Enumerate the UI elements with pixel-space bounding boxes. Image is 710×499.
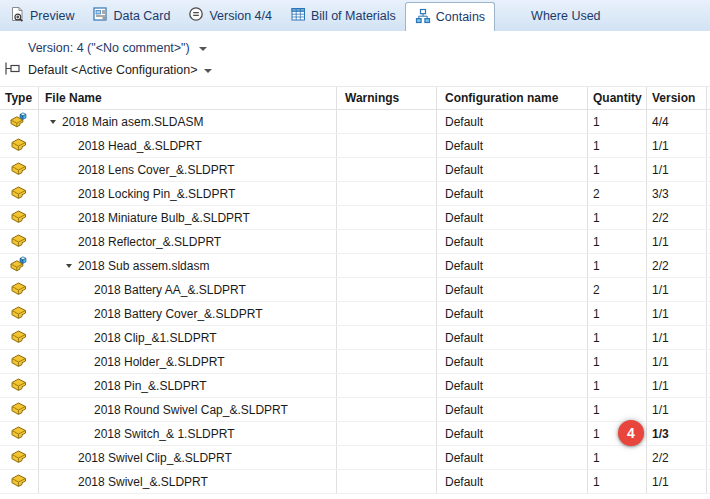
tab-version[interactable]: Version 4/4 bbox=[179, 0, 281, 31]
file-name-cell: 2018 Main asem.SLDASM bbox=[39, 110, 337, 133]
file-name: 2018 Sub assem.sldasm bbox=[78, 259, 209, 273]
warnings-cell bbox=[337, 134, 437, 157]
warnings-cell bbox=[337, 326, 437, 349]
indent-spacer bbox=[50, 337, 82, 338]
tab-bill-of-materials[interactable]: Bill of Materials bbox=[281, 0, 405, 31]
warnings-cell bbox=[337, 254, 437, 277]
configuration-cell: Default bbox=[437, 374, 588, 397]
tree-expand-arrow[interactable] bbox=[66, 264, 78, 268]
warnings-cell bbox=[337, 182, 437, 205]
table-row[interactable]: 2018 Main asem.SLDASM Default 1 4/4 bbox=[0, 110, 710, 134]
version-selector[interactable]: Version: 4 ("<No comment>") bbox=[28, 38, 207, 58]
table-row[interactable]: 2018 Miniature Bulb_&.SLDPRT Default 1 2… bbox=[0, 206, 710, 230]
table-row[interactable]: 2018 Pin_&.SLDPRT Default 1 1/1 bbox=[0, 374, 710, 398]
contains-table: Type File Name Warnings Configuration na… bbox=[0, 86, 710, 494]
type-cell bbox=[0, 326, 39, 349]
file-name-cell: 2018 Battery Cover_&.SLDPRT bbox=[39, 302, 337, 325]
part-icon bbox=[9, 399, 29, 420]
assembly-icon bbox=[9, 111, 29, 132]
tab-label: Version 4/4 bbox=[209, 9, 272, 23]
part-icon bbox=[9, 135, 29, 156]
table-row[interactable]: 2018 Sub assem.sldasm Default 1 2/2 bbox=[0, 254, 710, 278]
indent-spacer bbox=[50, 241, 66, 242]
file-name: 2018 Swivel Clip_&.SLDPRT bbox=[78, 451, 232, 465]
part-icon bbox=[9, 447, 29, 468]
table-row[interactable]: 2018 Reflector_&.SLDPRT Default 1 1/1 bbox=[0, 230, 710, 254]
column-header-file-name[interactable]: File Name bbox=[39, 87, 337, 109]
file-name-cell: 2018 Head_&.SLDPRT bbox=[39, 134, 337, 157]
table-row[interactable]: 2018 Clip_&1.SLDPRT Default 1 1/1 bbox=[0, 326, 710, 350]
version-cell: 1/1 bbox=[647, 302, 707, 325]
quantity-cell: 2 bbox=[588, 278, 647, 301]
table-row[interactable]: 2018 Switch_& 1.SLDPRT Default 1 1/3 bbox=[0, 422, 710, 446]
quantity-cell: 1 bbox=[588, 374, 647, 397]
tree-expand-arrow[interactable] bbox=[50, 120, 62, 124]
file-name: 2018 Reflector_&.SLDPRT bbox=[78, 235, 221, 249]
chevron-down-icon bbox=[50, 120, 56, 124]
column-header-warnings[interactable]: Warnings bbox=[337, 87, 437, 109]
configuration-cell: Default bbox=[437, 230, 588, 253]
configuration-selector[interactable]: Default <Active Configuration> bbox=[4, 60, 212, 80]
file-name: 2018 Swivel_&.SLDPRT bbox=[78, 475, 208, 489]
part-icon bbox=[9, 375, 29, 396]
table-row[interactable]: 2018 Swivel_&.SLDPRT Default 1 1/1 bbox=[0, 470, 710, 494]
table-row[interactable]: 2018 Swivel Clip_&.SLDPRT Default 1 2/2 bbox=[0, 446, 710, 470]
column-header-version[interactable]: Version bbox=[647, 87, 707, 109]
tab-where-used[interactable]: Where Used bbox=[495, 0, 609, 31]
file-name-cell: 2018 Pin_&.SLDPRT bbox=[39, 374, 337, 397]
table-row[interactable]: 2018 Battery AA_&.SLDPRT Default 2 1/1 bbox=[0, 278, 710, 302]
version-cell: 3/3 bbox=[647, 182, 707, 205]
file-name-cell: 2018 Swivel_&.SLDPRT bbox=[39, 470, 337, 493]
file-name-cell: 2018 Holder_&.SLDPRT bbox=[39, 350, 337, 373]
file-name: 2018 Locking Pin_&.SLDPRT bbox=[78, 187, 235, 201]
quantity-cell: 1 bbox=[588, 446, 647, 469]
version-cell: 1/1 bbox=[647, 278, 707, 301]
warnings-cell bbox=[337, 470, 437, 493]
file-name-cell: 2018 Miniature Bulb_&.SLDPRT bbox=[39, 206, 337, 229]
version-cell: 1/1 bbox=[647, 350, 707, 373]
file-name: 2018 Lens Cover_&.SLDPRT bbox=[78, 163, 235, 177]
part-icon bbox=[9, 279, 29, 300]
file-name-cell: 2018 Reflector_&.SLDPRT bbox=[39, 230, 337, 253]
warnings-cell bbox=[337, 446, 437, 469]
tab-label: Preview bbox=[30, 9, 74, 23]
file-name: 2018 Holder_&.SLDPRT bbox=[94, 355, 225, 369]
configuration-cell: Default bbox=[437, 326, 588, 349]
table-row[interactable]: 2018 Holder_&.SLDPRT Default 1 1/1 bbox=[0, 350, 710, 374]
table-body: 2018 Main asem.SLDASM Default 1 4/4 bbox=[0, 110, 710, 494]
quantity-cell: 1 bbox=[588, 134, 647, 157]
column-header-type[interactable]: Type bbox=[0, 87, 39, 109]
table-row[interactable]: 2018 Head_&.SLDPRT Default 1 1/1 bbox=[0, 134, 710, 158]
tab-contains[interactable]: Contains bbox=[405, 2, 495, 31]
tab-preview[interactable]: Preview bbox=[0, 0, 83, 31]
type-cell bbox=[0, 206, 39, 229]
table-row[interactable]: 2018 Battery Cover_&.SLDPRT Default 1 1/… bbox=[0, 302, 710, 326]
warnings-cell bbox=[337, 110, 437, 133]
file-name: 2018 Main asem.SLDASM bbox=[62, 115, 203, 129]
version-cell: 2/2 bbox=[647, 446, 707, 469]
contains-icon bbox=[415, 8, 431, 27]
preview-icon bbox=[9, 6, 25, 25]
tab-data-card[interactable]: Data Card bbox=[83, 0, 179, 31]
file-name-cell: 2018 Sub assem.sldasm bbox=[39, 254, 337, 277]
type-cell bbox=[0, 422, 39, 445]
tab-label: Where Used bbox=[531, 9, 600, 23]
quantity-cell: 1 bbox=[588, 230, 647, 253]
file-name: 2018 Battery AA_&.SLDPRT bbox=[94, 283, 246, 297]
column-header-quantity[interactable]: Quantity bbox=[588, 87, 647, 109]
part-icon bbox=[9, 183, 29, 204]
indent-spacer bbox=[50, 145, 66, 146]
configuration-cell: Default bbox=[437, 278, 588, 301]
assembly-icon bbox=[9, 255, 29, 276]
table-row[interactable]: 2018 Lens Cover_&.SLDPRT Default 1 1/1 bbox=[0, 158, 710, 182]
table-row[interactable]: 2018 Round Swivel Cap_&.SLDPRT Default 1… bbox=[0, 398, 710, 422]
warnings-cell bbox=[337, 350, 437, 373]
dropdown-caret-icon bbox=[199, 47, 207, 51]
file-name-cell: 2018 Clip_&1.SLDPRT bbox=[39, 326, 337, 349]
column-header-configuration-name[interactable]: Configuration name bbox=[437, 87, 588, 109]
table-row[interactable]: 2018 Locking Pin_&.SLDPRT Default 2 3/3 bbox=[0, 182, 710, 206]
part-icon bbox=[9, 231, 29, 252]
warnings-cell bbox=[337, 398, 437, 421]
quantity-cell: 1 bbox=[588, 110, 647, 133]
chevron-down-icon bbox=[66, 264, 72, 268]
